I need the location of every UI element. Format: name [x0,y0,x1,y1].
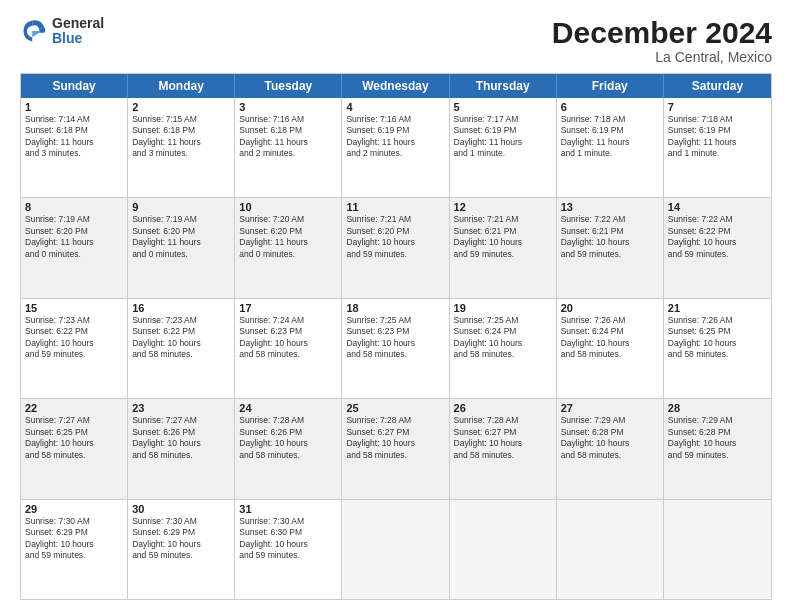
calendar-cell [342,500,449,599]
cell-details: Sunrise: 7:18 AMSunset: 6:19 PMDaylight:… [668,114,767,160]
day-number: 3 [239,101,337,113]
cell-details: Sunrise: 7:17 AMSunset: 6:19 PMDaylight:… [454,114,552,160]
calendar-cell: 6Sunrise: 7:18 AMSunset: 6:19 PMDaylight… [557,98,664,197]
cell-details: Sunrise: 7:27 AMSunset: 6:26 PMDaylight:… [132,415,230,461]
title-block: December 2024 La Central, Mexico [552,16,772,65]
day-number: 24 [239,402,337,414]
calendar-cell: 10Sunrise: 7:20 AMSunset: 6:20 PMDayligh… [235,198,342,297]
logo-text: General Blue [52,16,104,47]
calendar-cell: 22Sunrise: 7:27 AMSunset: 6:25 PMDayligh… [21,399,128,498]
cell-details: Sunrise: 7:24 AMSunset: 6:23 PMDaylight:… [239,315,337,361]
cell-details: Sunrise: 7:22 AMSunset: 6:22 PMDaylight:… [668,214,767,260]
cell-details: Sunrise: 7:19 AMSunset: 6:20 PMDaylight:… [132,214,230,260]
location-label: La Central, Mexico [552,49,772,65]
calendar-cell: 19Sunrise: 7:25 AMSunset: 6:24 PMDayligh… [450,299,557,398]
cell-details: Sunrise: 7:26 AMSunset: 6:25 PMDaylight:… [668,315,767,361]
calendar: SundayMondayTuesdayWednesdayThursdayFrid… [20,73,772,600]
cell-details: Sunrise: 7:15 AMSunset: 6:18 PMDaylight:… [132,114,230,160]
calendar-cell: 17Sunrise: 7:24 AMSunset: 6:23 PMDayligh… [235,299,342,398]
calendar-body: 1Sunrise: 7:14 AMSunset: 6:18 PMDaylight… [21,98,771,599]
calendar-header-cell: Friday [557,74,664,98]
logo: General Blue [20,16,104,47]
calendar-cell: 9Sunrise: 7:19 AMSunset: 6:20 PMDaylight… [128,198,235,297]
calendar-row: 22Sunrise: 7:27 AMSunset: 6:25 PMDayligh… [21,398,771,498]
calendar-cell [557,500,664,599]
cell-details: Sunrise: 7:29 AMSunset: 6:28 PMDaylight:… [668,415,767,461]
day-number: 21 [668,302,767,314]
calendar-cell: 1Sunrise: 7:14 AMSunset: 6:18 PMDaylight… [21,98,128,197]
day-number: 6 [561,101,659,113]
day-number: 12 [454,201,552,213]
cell-details: Sunrise: 7:22 AMSunset: 6:21 PMDaylight:… [561,214,659,260]
calendar-cell: 2Sunrise: 7:15 AMSunset: 6:18 PMDaylight… [128,98,235,197]
cell-details: Sunrise: 7:28 AMSunset: 6:27 PMDaylight:… [346,415,444,461]
cell-details: Sunrise: 7:23 AMSunset: 6:22 PMDaylight:… [25,315,123,361]
cell-details: Sunrise: 7:21 AMSunset: 6:21 PMDaylight:… [454,214,552,260]
calendar-cell: 23Sunrise: 7:27 AMSunset: 6:26 PMDayligh… [128,399,235,498]
header: General Blue December 2024 La Central, M… [20,16,772,65]
cell-details: Sunrise: 7:30 AMSunset: 6:30 PMDaylight:… [239,516,337,562]
day-number: 26 [454,402,552,414]
logo-icon [20,17,48,45]
day-number: 9 [132,201,230,213]
calendar-header-cell: Monday [128,74,235,98]
day-number: 23 [132,402,230,414]
calendar-cell: 4Sunrise: 7:16 AMSunset: 6:19 PMDaylight… [342,98,449,197]
logo-blue-text: Blue [52,31,104,46]
calendar-cell: 18Sunrise: 7:25 AMSunset: 6:23 PMDayligh… [342,299,449,398]
calendar-row: 8Sunrise: 7:19 AMSunset: 6:20 PMDaylight… [21,197,771,297]
cell-details: Sunrise: 7:19 AMSunset: 6:20 PMDaylight:… [25,214,123,260]
calendar-cell: 28Sunrise: 7:29 AMSunset: 6:28 PMDayligh… [664,399,771,498]
day-number: 20 [561,302,659,314]
calendar-cell [450,500,557,599]
calendar-header-cell: Thursday [450,74,557,98]
cell-details: Sunrise: 7:23 AMSunset: 6:22 PMDaylight:… [132,315,230,361]
day-number: 29 [25,503,123,515]
calendar-cell: 29Sunrise: 7:30 AMSunset: 6:29 PMDayligh… [21,500,128,599]
cell-details: Sunrise: 7:30 AMSunset: 6:29 PMDaylight:… [132,516,230,562]
calendar-cell: 26Sunrise: 7:28 AMSunset: 6:27 PMDayligh… [450,399,557,498]
cell-details: Sunrise: 7:29 AMSunset: 6:28 PMDaylight:… [561,415,659,461]
cell-details: Sunrise: 7:16 AMSunset: 6:18 PMDaylight:… [239,114,337,160]
calendar-header-cell: Wednesday [342,74,449,98]
calendar-cell: 3Sunrise: 7:16 AMSunset: 6:18 PMDaylight… [235,98,342,197]
calendar-cell: 8Sunrise: 7:19 AMSunset: 6:20 PMDaylight… [21,198,128,297]
logo-general-text: General [52,16,104,31]
calendar-header-cell: Sunday [21,74,128,98]
calendar-cell: 27Sunrise: 7:29 AMSunset: 6:28 PMDayligh… [557,399,664,498]
cell-details: Sunrise: 7:30 AMSunset: 6:29 PMDaylight:… [25,516,123,562]
cell-details: Sunrise: 7:14 AMSunset: 6:18 PMDaylight:… [25,114,123,160]
cell-details: Sunrise: 7:28 AMSunset: 6:26 PMDaylight:… [239,415,337,461]
calendar-row: 15Sunrise: 7:23 AMSunset: 6:22 PMDayligh… [21,298,771,398]
day-number: 1 [25,101,123,113]
day-number: 14 [668,201,767,213]
page: General Blue December 2024 La Central, M… [0,0,792,612]
day-number: 28 [668,402,767,414]
page-title: December 2024 [552,16,772,49]
cell-details: Sunrise: 7:27 AMSunset: 6:25 PMDaylight:… [25,415,123,461]
day-number: 15 [25,302,123,314]
cell-details: Sunrise: 7:26 AMSunset: 6:24 PMDaylight:… [561,315,659,361]
day-number: 27 [561,402,659,414]
calendar-cell: 7Sunrise: 7:18 AMSunset: 6:19 PMDaylight… [664,98,771,197]
cell-details: Sunrise: 7:20 AMSunset: 6:20 PMDaylight:… [239,214,337,260]
calendar-cell: 20Sunrise: 7:26 AMSunset: 6:24 PMDayligh… [557,299,664,398]
calendar-cell: 12Sunrise: 7:21 AMSunset: 6:21 PMDayligh… [450,198,557,297]
day-number: 18 [346,302,444,314]
calendar-header-cell: Saturday [664,74,771,98]
calendar-cell: 14Sunrise: 7:22 AMSunset: 6:22 PMDayligh… [664,198,771,297]
day-number: 31 [239,503,337,515]
day-number: 17 [239,302,337,314]
day-number: 4 [346,101,444,113]
calendar-row: 29Sunrise: 7:30 AMSunset: 6:29 PMDayligh… [21,499,771,599]
calendar-cell: 25Sunrise: 7:28 AMSunset: 6:27 PMDayligh… [342,399,449,498]
calendar-cell: 21Sunrise: 7:26 AMSunset: 6:25 PMDayligh… [664,299,771,398]
day-number: 13 [561,201,659,213]
calendar-cell: 24Sunrise: 7:28 AMSunset: 6:26 PMDayligh… [235,399,342,498]
calendar-cell [664,500,771,599]
day-number: 8 [25,201,123,213]
day-number: 19 [454,302,552,314]
day-number: 7 [668,101,767,113]
calendar-cell: 5Sunrise: 7:17 AMSunset: 6:19 PMDaylight… [450,98,557,197]
day-number: 11 [346,201,444,213]
